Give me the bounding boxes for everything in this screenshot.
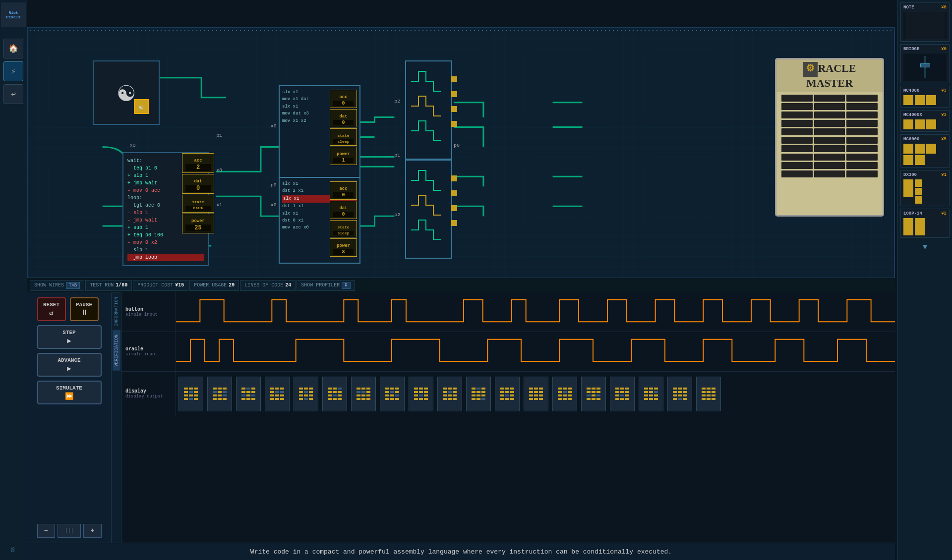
mc4000-chips: [903, 95, 947, 105]
dx300-label: DX300: [903, 172, 917, 177]
button-signal-label: button simple input: [121, 292, 176, 332]
circuit-board: x0 x1 p0 p1 x3 x1 x0 p0 x0 p1 x3 x3 p2 p…: [27, 27, 895, 280]
oracle-wave: [176, 332, 895, 371]
dx300-chip-4: [915, 196, 922, 204]
sidebar-cs-label: CS: [11, 547, 16, 553]
lines-of-code-label: LINES OF CODE: [244, 282, 283, 288]
button-type: simple input: [125, 312, 172, 317]
lines-of-code-value: 24: [285, 282, 291, 288]
simulate-button[interactable]: SIMULATE ⏩: [37, 381, 102, 404]
sidebar-circuit-btn[interactable]: ⚡: [3, 61, 23, 81]
dx300-chip-1: [903, 179, 913, 197]
node-block-1[interactable]: slx x1 mov x1 dat slx x1 mov dat x3 mov …: [279, 85, 360, 182]
yin-yang-icon: ☯: [118, 76, 134, 110]
advance-button[interactable]: ADVANCE ▶: [37, 353, 102, 377]
mini-display-8: [380, 377, 405, 411]
display-type: display output: [125, 394, 172, 399]
mc6000-chips: [903, 144, 947, 165]
show-profiler-label: SHOW PROFILER: [301, 282, 340, 288]
mc4000x-chip-1: [903, 119, 913, 129]
sidebar-home-btn[interactable]: 🏠: [3, 39, 23, 58]
mini-display-9: [409, 377, 433, 411]
advance-label: ADVANCE: [58, 357, 80, 363]
button-name: button: [125, 307, 172, 312]
plus-button[interactable]: +: [83, 524, 101, 538]
right-panel: NOTE ¥0 BRIDGE ¥0 MC4000 ¥3 MC4000X: [897, 0, 952, 560]
mini-display-1: [178, 377, 203, 411]
mini-display-2: [207, 377, 232, 411]
right-100p14[interactable]: 100P-14 ¥2: [900, 209, 950, 238]
mc4000x-chips: [903, 119, 947, 129]
oracle-signal-row: oracle simple input: [121, 332, 895, 372]
yin-yang-chip: ☯: [134, 99, 149, 114]
dx300-chip-2: [915, 179, 922, 187]
bottom-panel: RESET ↺ PAUSE ⏸ STEP ▶ ADVANCE ▶ SIMULAT…: [27, 292, 895, 543]
info-bar: Write code in a compact and powerful ass…: [27, 543, 895, 560]
bridge-area: [903, 54, 947, 81]
right-dx300[interactable]: DX300 ¥1: [900, 170, 950, 206]
right-bridge[interactable]: BRIDGE ¥0: [900, 44, 950, 83]
mc6000-chip-5: [915, 155, 925, 165]
note-area: [903, 12, 947, 39]
note-label: NOTE: [903, 5, 914, 10]
scroll-indicator: ▼: [900, 240, 950, 254]
100p14-chip-1: [903, 218, 913, 235]
power-usage-value: 29: [229, 282, 235, 288]
right-mc6000[interactable]: MC6000 ¥5: [900, 134, 950, 168]
product-cost-label: PRODUCT COST: [137, 282, 173, 288]
mc4000-chip-3: [926, 95, 936, 105]
advance-icon: ▶: [67, 364, 71, 373]
right-mc4000x[interactable]: MC4000X ¥3: [900, 110, 950, 132]
right-mc4000[interactable]: MC4000 ¥3: [900, 86, 950, 108]
sidebar-back-btn[interactable]: ↩: [3, 84, 23, 104]
yin-yang-block: ☯ ☯: [93, 60, 160, 125]
mc6000-value: ¥5: [941, 137, 947, 142]
signal-panel: button simple input oracle simple input: [121, 292, 895, 543]
mc6000-chip-2: [915, 144, 925, 154]
tab-verification[interactable]: VERIFICATION: [113, 330, 120, 371]
oracle-master: ⚙RACLEMASTER: [775, 58, 884, 217]
100p14-chip-2: [915, 218, 925, 235]
minus-button[interactable]: −: [37, 524, 55, 538]
mini-display-15: [581, 377, 606, 411]
display-wave: [176, 372, 895, 416]
bridge-value: ¥0: [941, 47, 947, 52]
show-profiler-item[interactable]: SHOW PROFILER R: [297, 280, 355, 291]
mc4000-chip-1: [903, 95, 913, 105]
mini-display-5: [294, 377, 318, 411]
left-sidebar: RiotPixels 🏠 ⚡ ↩ CS: [0, 0, 27, 560]
mc4000x-chip-2: [915, 119, 925, 129]
node-block-2[interactable]: slx x1 dst 2 x1 slx x1 dst 1 x1 slx x1 d…: [279, 177, 360, 264]
lines-of-code-item: LINES OF CODE 24: [240, 280, 296, 291]
mc4000x-value: ¥3: [941, 112, 947, 117]
step-icon: ▶: [67, 336, 71, 345]
tab-information[interactable]: INFORMATION: [113, 292, 120, 330]
100p14-label: 100P-14: [903, 211, 922, 216]
power-usage-label: POWER USAGE: [194, 282, 227, 288]
mc6000-label: MC6000: [903, 137, 919, 142]
simulate-label: SIMULATE: [56, 385, 82, 391]
reset-label: RESET: [43, 302, 60, 308]
bridge-label: BRIDGE: [903, 47, 919, 52]
mini-display-3: [236, 377, 261, 411]
step-button[interactable]: STEP ▶: [37, 325, 102, 349]
show-wires-item[interactable]: SHOW WIRES TAB: [30, 280, 84, 291]
product-cost-item: PRODUCT COST ¥15: [133, 280, 188, 291]
main-registers: acc 2 dat 0 state exec power 25: [182, 152, 214, 234]
speed-display: |||: [58, 524, 81, 538]
note-value: ¥0: [941, 5, 947, 10]
pause-button[interactable]: PAUSE ⏸: [70, 297, 99, 321]
pause-icon: ⏸: [81, 309, 88, 317]
mini-display-7: [351, 377, 376, 411]
reset-icon: ↺: [49, 309, 53, 317]
mini-display-6: [322, 377, 347, 411]
test-run-value: 1/80: [116, 282, 127, 288]
right-note[interactable]: NOTE ¥0: [900, 2, 950, 42]
mc4000-value: ¥3: [941, 88, 947, 93]
scroll-down-icon: ▼: [923, 243, 928, 252]
mini-display-14: [552, 377, 577, 411]
power-usage-item: POWER USAGE 29: [189, 280, 239, 291]
reset-button[interactable]: RESET ↺: [37, 297, 66, 321]
mini-display-13: [524, 377, 548, 411]
oracle-name: oracle: [125, 346, 172, 352]
